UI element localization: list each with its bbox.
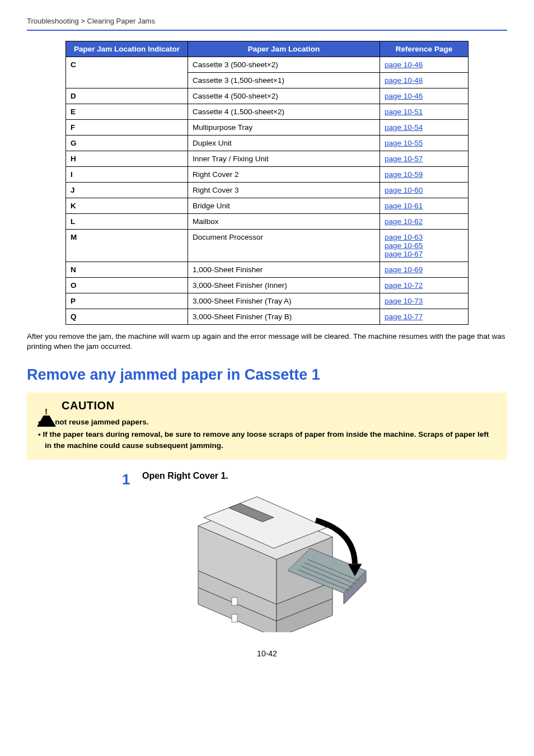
caution-icon: ! bbox=[37, 402, 56, 410]
reference-cell: page 10-57 bbox=[380, 151, 469, 167]
table-row: P 3,000-Sheet Finisher (Tray A) page 10-… bbox=[66, 293, 469, 309]
table-header-indicator: Paper Jam Location Indicator bbox=[66, 41, 188, 57]
indicator-cell: J bbox=[66, 183, 188, 198]
indicator-cell: C bbox=[66, 57, 188, 73]
indicator-cell: N bbox=[66, 262, 188, 278]
page-link[interactable]: page 10-46 bbox=[385, 60, 423, 69]
table-row: F Multipurpose Tray page 10-54 bbox=[66, 120, 469, 136]
location-cell: Cassette 4 (500-sheet×2) bbox=[188, 88, 380, 104]
indicator-cell bbox=[66, 73, 188, 88]
page-link[interactable]: page 10-61 bbox=[385, 202, 423, 210]
page-link[interactable]: page 10-62 bbox=[385, 217, 423, 226]
reference-cell: page 10-46 bbox=[380, 57, 469, 73]
indicator-cell: F bbox=[66, 120, 188, 136]
page-link[interactable]: page 10-55 bbox=[385, 139, 423, 147]
page-link[interactable]: page 10-77 bbox=[385, 312, 423, 321]
indicator-cell: Q bbox=[66, 309, 188, 325]
reference-cell: page 10-77 bbox=[380, 309, 469, 325]
reference-cell: page 10-51 bbox=[380, 104, 469, 120]
indicator-cell: O bbox=[66, 278, 188, 293]
indicator-cell: D bbox=[66, 88, 188, 104]
page-link[interactable]: page 10-73 bbox=[385, 297, 423, 305]
location-cell: Bridge Unit bbox=[188, 198, 380, 214]
table-row: Cassette 3 (1,500-sheet×1) page 10-48 bbox=[66, 73, 469, 88]
location-cell: Duplex Unit bbox=[188, 136, 380, 151]
reference-cell: page 10-48 bbox=[380, 73, 469, 88]
table-row: I Right Cover 2 page 10-59 bbox=[66, 167, 469, 183]
jam-location-table: Paper Jam Location Indicator Paper Jam L… bbox=[65, 41, 469, 325]
location-cell: 3,000-Sheet Finisher (Inner) bbox=[188, 278, 380, 293]
table-row: H Inner Tray / Fixing Unit page 10-57 bbox=[66, 151, 469, 167]
table-row: N 1,000-Sheet Finisher page 10-69 bbox=[66, 262, 469, 278]
location-cell: Inner Tray / Fixing Unit bbox=[188, 151, 380, 167]
page-link[interactable]: page 10-60 bbox=[385, 186, 423, 194]
after-table-text: After you remove the jam, the machine wi… bbox=[27, 332, 507, 352]
reference-cell: page 10-60 bbox=[380, 183, 469, 198]
printer-illustration bbox=[176, 487, 377, 632]
table-row: Q 3,000-Sheet Finisher (Tray B) page 10-… bbox=[66, 309, 469, 325]
indicator-cell: P bbox=[66, 293, 188, 309]
location-cell: Cassette 3 (1,500-sheet×1) bbox=[188, 73, 380, 88]
reference-cell: page 10-72 bbox=[380, 278, 469, 293]
table-row: O 3,000-Sheet Finisher (Inner) page 10-7… bbox=[66, 278, 469, 293]
location-cell: Cassette 4 (1,500-sheet×2) bbox=[188, 104, 380, 120]
table-row: M Document Processor page 10-63 page 10-… bbox=[66, 230, 469, 262]
indicator-cell: L bbox=[66, 214, 188, 230]
reference-cell: page 10-63 page 10-65 page 10-67 bbox=[380, 230, 469, 262]
page-link[interactable]: page 10-51 bbox=[385, 108, 423, 116]
location-cell: 3,000-Sheet Finisher (Tray B) bbox=[188, 309, 380, 325]
page-link[interactable]: page 10-48 bbox=[385, 76, 423, 85]
caution-block: ! CAUTION Do not reuse jammed papers. If… bbox=[27, 393, 507, 460]
reference-cell: page 10-59 bbox=[380, 167, 469, 183]
location-cell: Cassette 3 (500-sheet×2) bbox=[188, 57, 380, 73]
indicator-cell: G bbox=[66, 136, 188, 151]
location-cell: Multipurpose Tray bbox=[188, 120, 380, 136]
reference-cell: page 10-46 bbox=[380, 88, 469, 104]
section-title: Remove any jammed paper in Cassette 1 bbox=[27, 366, 507, 384]
svg-rect-19 bbox=[232, 614, 237, 622]
table-row: E Cassette 4 (1,500-sheet×2) page 10-51 bbox=[66, 104, 469, 120]
table-row: C Cassette 3 (500-sheet×2) page 10-46 bbox=[66, 57, 469, 73]
page-link[interactable]: page 10-65 bbox=[385, 241, 463, 250]
location-cell: Document Processor bbox=[188, 230, 380, 262]
location-cell: Mailbox bbox=[188, 214, 380, 230]
reference-cell: page 10-55 bbox=[380, 136, 469, 151]
table-row: L Mailbox page 10-62 bbox=[66, 214, 469, 230]
indicator-cell: H bbox=[66, 151, 188, 167]
reference-cell: page 10-61 bbox=[380, 198, 469, 214]
indicator-cell: M bbox=[66, 230, 188, 262]
caution-item: Do not reuse jammed papers. bbox=[38, 417, 497, 428]
table-row: K Bridge Unit page 10-61 bbox=[66, 198, 469, 214]
reference-cell: page 10-62 bbox=[380, 214, 469, 230]
caution-label: CAUTION bbox=[62, 399, 115, 412]
table-row: D Cassette 4 (500-sheet×2) page 10-46 bbox=[66, 88, 469, 104]
page-link[interactable]: page 10-57 bbox=[385, 155, 423, 163]
location-cell: Right Cover 3 bbox=[188, 183, 380, 198]
step-number: 1 bbox=[122, 471, 142, 632]
step-title: Open Right Cover 1. bbox=[142, 471, 507, 481]
location-cell: 3,000-Sheet Finisher (Tray A) bbox=[188, 293, 380, 309]
table-row: J Right Cover 3 page 10-60 bbox=[66, 183, 469, 198]
page-number: 10-42 bbox=[27, 649, 507, 658]
page-link[interactable]: page 10-67 bbox=[385, 250, 463, 258]
table-row: G Duplex Unit page 10-55 bbox=[66, 136, 469, 151]
breadcrumb: Troubleshooting > Clearing Paper Jams bbox=[27, 17, 507, 31]
table-header-reference: Reference Page bbox=[380, 41, 469, 57]
caution-item: If the paper tears during removal, be su… bbox=[38, 429, 497, 451]
page-link[interactable]: page 10-54 bbox=[385, 123, 423, 132]
page-link[interactable]: page 10-72 bbox=[385, 281, 423, 290]
reference-cell: page 10-54 bbox=[380, 120, 469, 136]
table-header-location: Paper Jam Location bbox=[188, 41, 380, 57]
location-cell: 1,000-Sheet Finisher bbox=[188, 262, 380, 278]
page-link[interactable]: page 10-63 bbox=[385, 233, 463, 241]
page-link[interactable]: page 10-59 bbox=[385, 170, 423, 179]
indicator-cell: I bbox=[66, 167, 188, 183]
location-cell: Right Cover 2 bbox=[188, 167, 380, 183]
indicator-cell: E bbox=[66, 104, 188, 120]
indicator-cell: K bbox=[66, 198, 188, 214]
page-link[interactable]: page 10-46 bbox=[385, 92, 423, 100]
page-link[interactable]: page 10-69 bbox=[385, 265, 423, 274]
svg-rect-18 bbox=[232, 598, 237, 605]
reference-cell: page 10-69 bbox=[380, 262, 469, 278]
reference-cell: page 10-73 bbox=[380, 293, 469, 309]
